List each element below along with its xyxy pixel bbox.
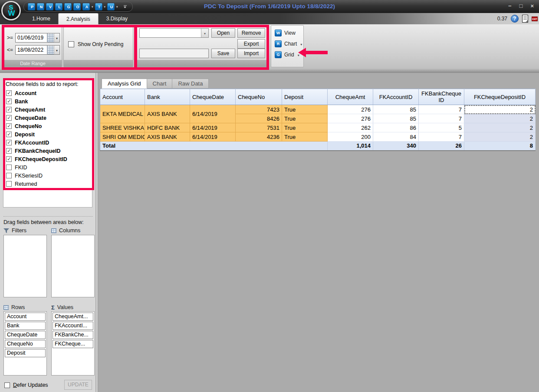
column-header-fkaccountid[interactable]: FKAccountID <box>373 89 419 105</box>
view-button[interactable]: W View <box>275 29 296 36</box>
cell-deposit[interactable]: True <box>282 123 328 132</box>
rows-area[interactable]: AccountBankChequeDateChequeNoDeposit <box>3 311 47 376</box>
checkbox-checked-icon[interactable] <box>6 148 12 154</box>
grid-button[interactable]: G Grid <box>275 51 299 58</box>
field-chip[interactable]: Deposit <box>5 349 46 357</box>
close-button[interactable]: × <box>530 3 534 9</box>
date-to-input[interactable]: 18/08/2022 <box>15 45 60 55</box>
date-from-input[interactable]: 01/06/2019 <box>15 33 60 43</box>
qat-button-l[interactable]: ▪L <box>55 3 62 10</box>
exit-icon[interactable]: EXIT <box>532 16 538 21</box>
qat-button-a[interactable]: ▪A <box>82 3 90 10</box>
filters-area[interactable] <box>3 235 47 297</box>
cell-cheque-no[interactable]: 8426 <box>236 114 282 123</box>
chevron-down-icon[interactable]: ▾ <box>116 5 118 9</box>
chevron-down-icon[interactable] <box>298 52 299 58</box>
checkbox-checked-icon[interactable] <box>6 90 12 96</box>
qat-button-v[interactable]: ▪V <box>46 3 53 10</box>
panel-splitter[interactable] <box>95 73 99 392</box>
qat-button-n[interactable]: ▪N <box>37 3 44 10</box>
import-button[interactable]: Import <box>237 49 265 58</box>
cell-fk-cheque-deposit-id[interactable]: 2 <box>464 123 536 132</box>
export-button[interactable]: Export <box>237 39 265 49</box>
chevron-down-icon[interactable] <box>54 33 59 42</box>
cell-account[interactable]: SHREE VISHKA <box>100 123 145 132</box>
cell-cheque-amt[interactable]: 262 <box>328 123 373 132</box>
qat-button-p[interactable]: ▪P <box>28 3 35 10</box>
field-item-fkseriesid[interactable]: FKSeriesID <box>3 171 92 180</box>
tab-chart[interactable]: Chart <box>147 79 173 89</box>
cell-account[interactable]: SHRI OM MEDIC <box>100 132 145 142</box>
cell-cheque-date[interactable]: 6/14/2019 <box>190 132 236 142</box>
field-chip[interactable]: FKAccountI... <box>53 322 93 330</box>
field-item-account[interactable]: Account <box>3 89 92 97</box>
cell-cheque-no[interactable]: 7423 <box>236 105 282 114</box>
field-item-bank[interactable]: Bank <box>3 97 92 105</box>
cell-bank[interactable]: HDFC BANK <box>145 123 190 132</box>
cell-fk-bank-cheque-id[interactable]: 5 <box>419 123 464 132</box>
cell-fk-cheque-deposit-id[interactable]: 2 <box>464 114 536 123</box>
cell-deposit[interactable]: True <box>282 105 328 114</box>
column-header-chequeamt[interactable]: ChequeAmt <box>328 89 373 105</box>
cell-deposit[interactable]: True <box>282 114 328 123</box>
field-item-chequeno[interactable]: ChequeNo <box>3 122 92 130</box>
cell-fk-cheque-deposit-id[interactable]: 2 <box>464 132 536 142</box>
calendar-icon[interactable] <box>47 46 54 54</box>
checkbox-checked-icon[interactable] <box>6 132 12 137</box>
checkbox-checked-icon[interactable] <box>6 107 12 112</box>
field-item-returned[interactable]: Returned <box>3 180 92 188</box>
checkbox-checked-icon[interactable] <box>6 123 12 129</box>
cell-cheque-no[interactable]: 7531 <box>236 123 282 132</box>
column-header-deposit[interactable]: Deposit <box>282 89 328 105</box>
checkbox-unchecked-icon[interactable] <box>6 165 12 170</box>
chevron-down-icon[interactable] <box>201 29 208 37</box>
cell-fk-bank-cheque-id[interactable]: 7 <box>419 105 464 114</box>
checkbox-unchecked-icon[interactable] <box>6 173 12 178</box>
help-icon[interactable]: ? <box>511 15 519 23</box>
tab-home[interactable]: 1.Home <box>24 13 58 24</box>
show-only-pending-checkbox[interactable] <box>68 41 74 47</box>
checkbox-unchecked-icon[interactable] <box>6 181 12 187</box>
tab-analysis-grid[interactable]: Analysis Grid <box>102 79 147 89</box>
qat-button-g[interactable]: ▪G <box>64 3 72 10</box>
cell-bank[interactable]: AXIS BANK <box>145 132 190 142</box>
cell-fk-account-id[interactable]: 86 <box>373 123 419 132</box>
defer-updates-checkbox[interactable] <box>4 382 10 388</box>
save-button[interactable]: Save <box>211 49 235 58</box>
chevron-down-icon[interactable] <box>54 46 59 54</box>
cell-fk-bank-cheque-id[interactable]: 7 <box>419 114 464 123</box>
field-chip[interactable]: ChequeAmt... <box>53 313 93 321</box>
layout-name-input[interactable] <box>139 49 209 58</box>
cell-fk-account-id[interactable]: 85 <box>373 105 419 114</box>
column-header-chequedate[interactable]: ChequeDate <box>190 89 236 105</box>
tab-analysis[interactable]: 2.Analysis <box>58 13 99 24</box>
qat-button-u[interactable]: ▪U <box>107 3 115 10</box>
update-button[interactable]: UPDATE <box>64 380 92 390</box>
chart-button[interactable]: R Chart <box>275 40 302 47</box>
cell-deposit[interactable]: True <box>282 132 328 142</box>
remove-button[interactable]: Remove <box>237 28 265 38</box>
cell-fk-bank-cheque-id[interactable]: 7 <box>419 132 464 142</box>
columns-area[interactable] <box>51 235 95 297</box>
field-item-fkchequedepositid[interactable]: FKChequeDepositID <box>3 155 92 163</box>
cell-cheque-date[interactable]: 6/14/2019 <box>190 123 236 132</box>
field-item-chequedate[interactable]: ChequeDate <box>3 114 92 122</box>
field-chip[interactable]: Bank <box>5 322 46 330</box>
cell-cheque-amt[interactable]: 200 <box>328 132 373 142</box>
column-header-fkchequedepositid[interactable]: FKChequeDepositID <box>464 89 536 105</box>
chevron-down-icon[interactable] <box>300 41 302 47</box>
cell-account[interactable]: EKTA MEDICAL <box>100 105 145 123</box>
field-chip[interactable]: ChequeDate <box>5 331 46 339</box>
tab-display[interactable]: 3.Display <box>99 13 135 24</box>
field-item-fkaccountid[interactable]: FKAccountID <box>3 138 92 147</box>
column-header-chequeno[interactable]: ChequeNo <box>236 89 282 105</box>
checkbox-checked-icon[interactable] <box>6 115 12 121</box>
layout-combobox[interactable] <box>139 28 209 38</box>
values-area[interactable]: ChequeAmt...FKAccountI...FKBankChe...FKC… <box>51 311 95 376</box>
field-item-chequeamt[interactable]: ChequeAmt <box>3 105 92 114</box>
column-header-account[interactable]: Account <box>100 89 145 105</box>
cell-fk-cheque-deposit-id[interactable]: 2 <box>464 105 536 114</box>
cell-fk-account-id[interactable]: 84 <box>373 132 419 142</box>
column-header-fkbankchequeid[interactable]: FKBankChequeID <box>419 89 464 105</box>
cell-cheque-amt[interactable]: 276 <box>328 114 373 123</box>
